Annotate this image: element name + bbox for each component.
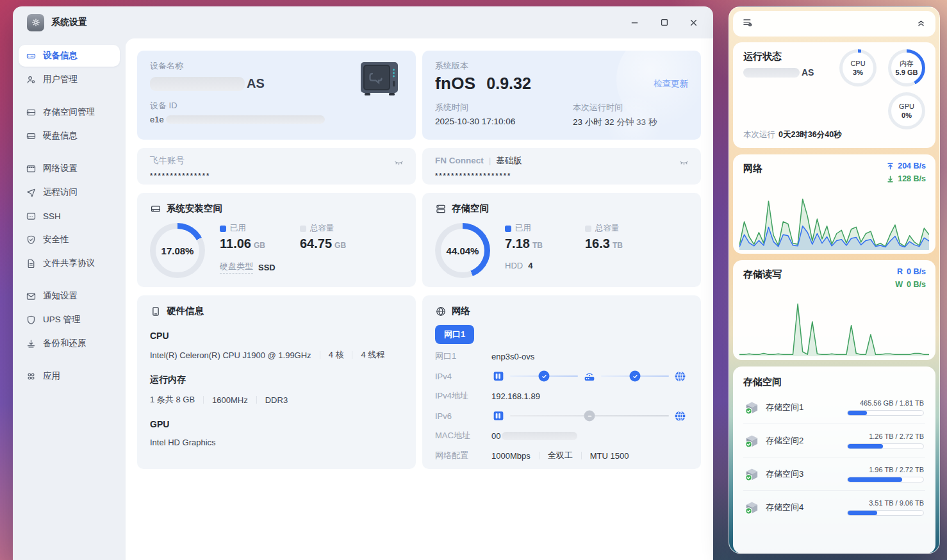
widget-settings-icon[interactable] (742, 17, 753, 31)
sidebar-item-ups[interactable]: UPS 管理 (19, 309, 120, 331)
sidebar-item-hdd[interactable]: 硬盘信息 (19, 125, 120, 147)
write-speed: W0 B/s (895, 280, 926, 289)
system-time-label: 系统时间 (435, 102, 573, 113)
app-gear-icon (27, 14, 44, 31)
divider (581, 452, 582, 459)
volume-usage: 465.56 GB / 1.81 TB (847, 399, 924, 407)
fn-account-label: 飞牛账号 (150, 155, 403, 167)
sidebar-item-doc[interactable]: 文件共享协议 (19, 252, 120, 274)
pool-percent: 44.04% (441, 229, 484, 272)
sidebar-item-remote[interactable]: 远程访问 (19, 181, 120, 203)
divider (539, 452, 539, 459)
disk-type-label: 硬盘类型 (220, 261, 253, 274)
network-traffic-chart (739, 191, 929, 250)
sidebar-item-backup[interactable]: 备份和还原 (19, 333, 120, 354)
redacted-device-name (150, 77, 245, 91)
hardware-specs: 1 条共 8 GB1600MHzDDR3 (150, 394, 403, 406)
redacted-device-id (166, 115, 325, 124)
sidebar-item-net[interactable]: 网络设置 (19, 158, 120, 179)
sidebar-item-mail[interactable]: 通知设置 (19, 285, 120, 307)
password-hidden-icon[interactable] (393, 157, 404, 170)
sidebar-item-label: SSH (43, 211, 61, 221)
internet-globe-icon (673, 370, 687, 383)
total-legend-swatch (300, 226, 306, 232)
install-total: 64.75GB (300, 236, 403, 251)
check-update-link[interactable]: 检查更新 (654, 78, 688, 90)
hardware-specs: Intel(R) Celeron(R) CPU J1900 @ 1.99GHz4… (150, 349, 403, 361)
server-stack-icon (435, 203, 447, 215)
download-speed: 128 B/s (887, 174, 926, 183)
storage-io-chart (739, 297, 929, 356)
volume-name: 存储空间1 (766, 402, 803, 413)
volume-cube-icon (745, 400, 759, 415)
maximize-icon[interactable] (659, 17, 670, 28)
main-content: 设备名称 AS 设备 ID e1e (126, 38, 713, 560)
pool-total: 16.3TB (585, 236, 688, 251)
os-version: 0.9.32 (486, 74, 531, 93)
read-speed: R0 B/s (895, 267, 926, 276)
volume-name: 存储空间4 (766, 502, 803, 513)
sidebar-item-apps[interactable]: 应用 (19, 365, 120, 387)
sidebar-item-pool[interactable]: 存储空间管理 (19, 101, 120, 123)
gauge-cpu: CPU3% (839, 49, 877, 86)
hdd-label: HDD (505, 261, 523, 270)
remote-icon (26, 187, 37, 198)
minimize-icon[interactable] (629, 17, 640, 28)
volume-name: 存储空间3 (766, 468, 803, 480)
hardware-card: 硬件信息 CPU Intel(R) Celeron(R) CPU J1900 @… (137, 295, 416, 469)
collapse-panel-icon[interactable] (916, 17, 926, 31)
download-icon (887, 176, 894, 183)
fn-account-masked: *************** (150, 172, 403, 179)
apps-icon (26, 371, 37, 382)
volume-progress-bar (847, 510, 924, 516)
disk-type-value: SSD (258, 263, 276, 272)
sidebar-item-device[interactable]: 设备信息 (19, 45, 120, 67)
label-divider: | (489, 156, 491, 165)
widget-panel-header (733, 11, 935, 37)
close-icon[interactable] (688, 17, 699, 28)
ipv4-connection-diagram (491, 369, 688, 383)
password-hidden-icon[interactable] (679, 157, 689, 170)
device-id-value: e1e (150, 115, 403, 124)
mac-address: 00 (491, 431, 688, 441)
install-percent: 17.08% (156, 229, 199, 272)
divider (256, 396, 257, 404)
volume-row[interactable]: 存储空间2 1.26 TB / 2.72 TB (743, 424, 925, 457)
nas-icon (491, 409, 506, 423)
version-label: 系统版本 (435, 60, 688, 72)
router-icon (582, 369, 597, 383)
uptime-label: 本次运行时间 (573, 102, 688, 113)
nas-device-illustration (359, 61, 400, 99)
nas-icon (491, 369, 506, 383)
install-used: 11.06GB (220, 236, 300, 251)
volume-row[interactable]: 存储空间3 1.96 TB / 2.72 TB (743, 457, 925, 490)
sidebar-item-label: 备份和还原 (43, 338, 86, 349)
shield-icon (26, 235, 37, 245)
globe-icon (435, 306, 447, 317)
sidebar-item-shield[interactable]: 安全性 (19, 229, 120, 251)
sidebar-item-label: 硬盘信息 (43, 130, 78, 142)
pool-icon (26, 107, 37, 118)
sidebar-item-label: 应用 (43, 370, 60, 382)
volume-row[interactable]: 存储空间1 465.56 GB / 1.81 TB (743, 391, 925, 424)
volume-row[interactable]: 存储空间4 3.51 TB / 9.06 TB (743, 490, 925, 523)
os-name: fnOS (435, 74, 475, 94)
mail-icon (26, 291, 37, 302)
port1-tab-button[interactable]: 网口1 (435, 325, 474, 344)
storage-io-widget: 存储读写 R0 B/s W0 B/s (733, 260, 935, 360)
hardware-specs: Intel HD Graphics (150, 438, 403, 447)
version-card: 系统版本 fnOS 0.9.32 检查更新 系统时间 2025-10-30 17… (422, 51, 701, 140)
upload-speed: 204 B/s (887, 161, 926, 170)
volume-progress-bar (847, 477, 924, 482)
sidebar-item-ssh[interactable]: SSH (19, 205, 120, 227)
hardware-icon (150, 306, 161, 317)
volume-usage: 1.26 TB / 2.72 TB (847, 432, 924, 440)
total-legend-swatch (585, 226, 591, 232)
volume-usage: 1.96 TB / 2.72 TB (847, 466, 924, 474)
system-time-value: 2025-10-30 17:10:06 (435, 117, 573, 126)
sidebar-item-users[interactable]: 用户管理 (19, 69, 120, 90)
sidebar-item-label: 安全性 (43, 234, 69, 245)
ssh-icon (26, 211, 37, 222)
hdd-icon (26, 131, 37, 142)
volume-usage: 3.51 TB / 9.06 TB (847, 499, 924, 507)
